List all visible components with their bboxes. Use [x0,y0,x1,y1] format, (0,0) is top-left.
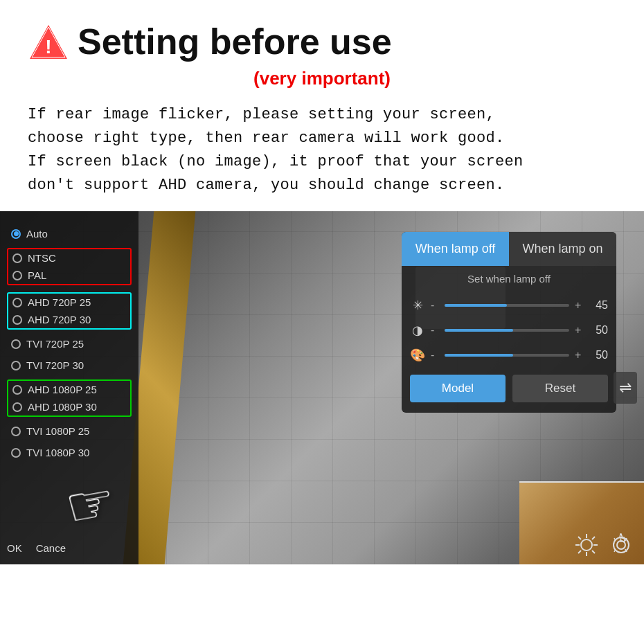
slider-row-contrast: ◑ - + 50 [402,318,616,343]
brightness-icon: ✳ [410,298,425,313]
contrast-plus[interactable]: + [575,324,583,337]
color-value: 50 [589,349,608,361]
menu-group-green: AHD 1080P 25 AHD 1080P 30 [7,379,132,417]
menu-item-ntsc[interactable]: NTSC [8,249,130,267]
description-text: If rear image flicker, please setting yo… [28,103,616,197]
menu-item-ahd1080p25[interactable]: AHD 1080P 25 [8,381,130,398]
menu-item-pal[interactable]: PAL [8,267,130,284]
desc-line-4: don't support AHD camera, you should cha… [28,177,505,194]
menu-group-red: NTSC PAL [7,248,132,285]
desc-line-2: choose right type, then rear camera will… [28,129,505,147]
contrast-value: 50 [589,324,608,337]
menu-item-tvi1080p25[interactable]: TVI 1080P 25 [7,422,132,440]
contrast-track[interactable] [445,329,569,332]
top-section: ! Setting before use (very important) If… [0,0,644,211]
bottom-bar [574,533,634,557]
settings-panel: When lamp off When lamp on Set when lamp… [402,232,616,413]
menu-item-auto[interactable]: Auto [7,225,132,242]
desc-line-1: If rear image flicker, please setting yo… [28,106,495,123]
slider-row-color: 🎨 - + 50 [402,343,616,368]
tab-lamp-off[interactable]: When lamp off [402,232,509,266]
settings-section-title: Set when lamp off [402,273,616,285]
radio-ahd720p30 [12,315,22,325]
settings-bottom-icon[interactable] [609,533,634,557]
warning-icon: ! [28,23,69,61]
page-subtitle: (very important) [28,68,616,89]
menu-label-ahd1080p30: AHD 1080P 30 [28,401,97,413]
brightness-bottom-icon [574,533,599,557]
radio-pal [12,271,22,280]
svg-line-9 [592,551,595,553]
menu-label-tvi720p30: TVI 720P 30 [26,359,84,371]
color-minus[interactable]: - [431,349,439,361]
action-buttons-row: Model Reset [402,368,616,402]
menu-item-tvi720p25[interactable]: TVI 720P 25 [7,335,132,352]
tab-row: When lamp off When lamp on [402,232,616,266]
radio-ahd1080p25 [12,385,22,395]
menu-item-ahd720p25[interactable]: AHD 720P 25 [8,294,130,311]
menu-label-pal: PAL [28,269,46,281]
menu-item-tvi720p30[interactable]: TVI 720P 30 [7,357,132,374]
menu-item-ahd720p30[interactable]: AHD 720P 30 [8,311,130,328]
radio-tvi720p30 [11,361,21,370]
color-track[interactable] [445,354,569,357]
brightness-minus[interactable]: - [431,299,439,312]
svg-line-8 [578,537,581,539]
tab-lamp-on[interactable]: When lamp on [509,232,616,266]
contrast-minus[interactable]: - [431,324,439,337]
color-fill [445,354,513,357]
brightness-value: 45 [589,299,608,312]
radio-ntsc [12,253,22,263]
model-button[interactable]: Model [410,375,506,402]
desc-line-3: If screen black (no image), it proof tha… [28,153,524,170]
contrast-fill [445,329,513,332]
menu-label-tvi720p25: TVI 720P 25 [26,338,84,350]
reset-button[interactable]: Reset [512,375,608,402]
title-row: ! Setting before use [28,21,616,62]
brightness-plus[interactable]: + [575,299,583,312]
menu-label-ntsc: NTSC [28,252,56,264]
navigate-icon[interactable]: ⇌ [614,372,637,404]
brightness-track[interactable] [445,304,569,307]
svg-text:!: ! [45,36,51,57]
radio-ahd1080p30 [12,402,22,412]
menu-footer: OK Cance [7,542,66,554]
menu-item-tvi1080p30[interactable]: TVI 1080P 30 [7,444,132,461]
menu-label-tvi1080p25: TVI 1080P 25 [26,425,89,437]
color-plus[interactable]: + [575,349,583,361]
radio-auto [11,229,21,239]
menu-label-auto: Auto [26,228,48,240]
menu-group-cyan: AHD 720P 25 AHD 720P 30 [7,292,132,330]
camera-ui: Auto NTSC PAL AHD 720P 25 AHD 720P 30 [0,211,644,564]
menu-label-tvi1080p30: TVI 1080P 30 [26,447,89,458]
menu-label-ahd1080p25: AHD 1080P 25 [28,384,97,395]
radio-tvi720p25 [11,339,21,349]
radio-tvi1080p25 [11,427,21,436]
radio-tvi1080p30 [11,448,21,458]
svg-line-10 [592,537,595,539]
brightness-fill [445,304,507,307]
menu-item-ahd1080p30[interactable]: AHD 1080P 30 [8,398,130,415]
page-title: Setting before use [78,21,392,62]
menu-label-ahd720p25: AHD 720P 25 [28,296,91,308]
menu-label-ahd720p30: AHD 720P 30 [28,314,91,325]
svg-point-3 [581,539,592,551]
contrast-icon: ◑ [410,323,425,338]
slider-row-brightness: ✳ - + 45 [402,293,616,318]
svg-point-12 [617,541,625,549]
cancel-button[interactable]: Cance [36,542,66,554]
radio-ahd720p25 [12,298,22,307]
color-icon: 🎨 [410,348,425,363]
ok-button[interactable]: OK [7,542,22,554]
svg-line-11 [578,551,581,553]
